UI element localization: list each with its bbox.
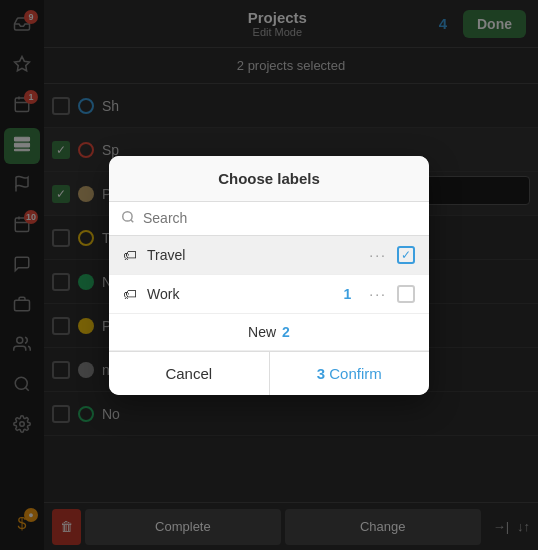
label-options-travel[interactable]: ··· [369,247,387,263]
confirm-button[interactable]: 3 Confirm [270,351,430,395]
label-checkbox-travel[interactable]: ✓ [397,246,415,264]
label-name-travel: Travel [147,247,359,263]
modal-search-icon [121,210,135,227]
svg-point-18 [123,211,132,220]
modal-overlay: Choose labels 🏷 Travel ··· ✓ 🏷 Work 1 ··… [0,0,538,550]
confirm-num: 3 [317,365,325,382]
label-options-work[interactable]: ··· [369,286,387,302]
tag-icon-travel: 🏷 [123,247,137,263]
confirm-label-text: Confirm [329,365,382,382]
label-name-work: Work [147,286,334,302]
modal-search-bar [109,202,429,236]
choose-labels-modal: Choose labels 🏷 Travel ··· ✓ 🏷 Work 1 ··… [109,156,429,395]
new-label-text: New [248,324,276,340]
label-checkbox-work[interactable] [397,285,415,303]
svg-line-19 [131,219,134,222]
new-label-num: 2 [282,324,290,340]
new-label-button[interactable]: New 2 [109,314,429,351]
modal-title: Choose labels [109,156,429,202]
label-search-input[interactable] [143,210,417,226]
tag-icon-work: 🏷 [123,286,137,302]
label-row-work[interactable]: 🏷 Work 1 ··· [109,275,429,314]
label-count-work: 1 [344,286,352,302]
label-row-travel[interactable]: 🏷 Travel ··· ✓ [109,236,429,275]
modal-footer: Cancel 3 Confirm [109,351,429,395]
cancel-button[interactable]: Cancel [109,351,270,395]
